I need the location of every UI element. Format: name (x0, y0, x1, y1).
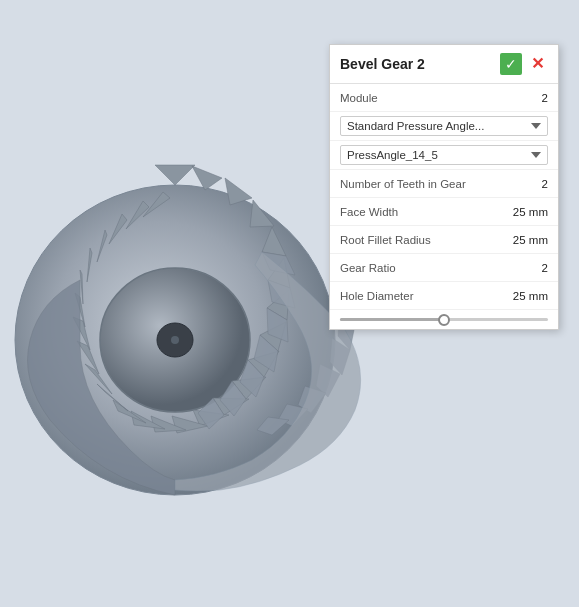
svg-marker-3 (155, 165, 195, 185)
module-row: Module 2 (330, 84, 558, 112)
press-angle-val-row: PressAngle_14_5 (330, 141, 558, 170)
face-width-label: Face Width (340, 206, 398, 218)
pressure-angle-wrapper: Standard Pressure Angle... (340, 116, 548, 136)
pressure-angle-dropdown[interactable]: Standard Pressure Angle... (340, 116, 548, 136)
slider-fill (340, 318, 444, 321)
root-fillet-value: 25 mm (513, 234, 548, 246)
svg-marker-5 (225, 178, 252, 205)
slider-row (330, 310, 558, 329)
teeth-value: 2 (542, 178, 548, 190)
gear-illustration (0, 30, 370, 590)
hole-diameter-row: Hole Diameter 25 mm (330, 282, 558, 310)
properties-panel: Bevel Gear 2 ✓ ✕ Module 2 Standard Press… (329, 44, 559, 330)
press-angle-val-dropdown[interactable]: PressAngle_14_5 (340, 145, 548, 165)
face-width-row: Face Width 25 mm (330, 198, 558, 226)
hole-diameter-value: 25 mm (513, 290, 548, 302)
svg-marker-6 (250, 200, 274, 227)
root-fillet-label: Root Fillet Radius (340, 234, 431, 246)
slider-track (340, 318, 548, 321)
pressure-angle-row: Standard Pressure Angle... (330, 112, 558, 141)
hole-diameter-label: Hole Diameter (340, 290, 414, 302)
cancel-button[interactable]: ✕ (526, 53, 548, 75)
svg-point-43 (171, 336, 179, 344)
panel-title: Bevel Gear 2 (340, 56, 425, 72)
module-label: Module (340, 92, 378, 104)
slider-thumb[interactable] (438, 314, 450, 326)
teeth-label: Number of Teeth in Gear (340, 178, 466, 190)
confirm-button[interactable]: ✓ (500, 53, 522, 75)
header-buttons: ✓ ✕ (500, 53, 548, 75)
teeth-row: Number of Teeth in Gear 2 (330, 170, 558, 198)
gear-ratio-label: Gear Ratio (340, 262, 396, 274)
root-fillet-row: Root Fillet Radius 25 mm (330, 226, 558, 254)
face-width-value: 25 mm (513, 206, 548, 218)
gear-ratio-value: 2 (542, 262, 548, 274)
panel-header: Bevel Gear 2 ✓ ✕ (330, 45, 558, 84)
press-angle-val-wrapper: PressAngle_14_5 (340, 145, 548, 165)
gear-ratio-row: Gear Ratio 2 (330, 254, 558, 282)
module-value: 2 (542, 92, 548, 104)
